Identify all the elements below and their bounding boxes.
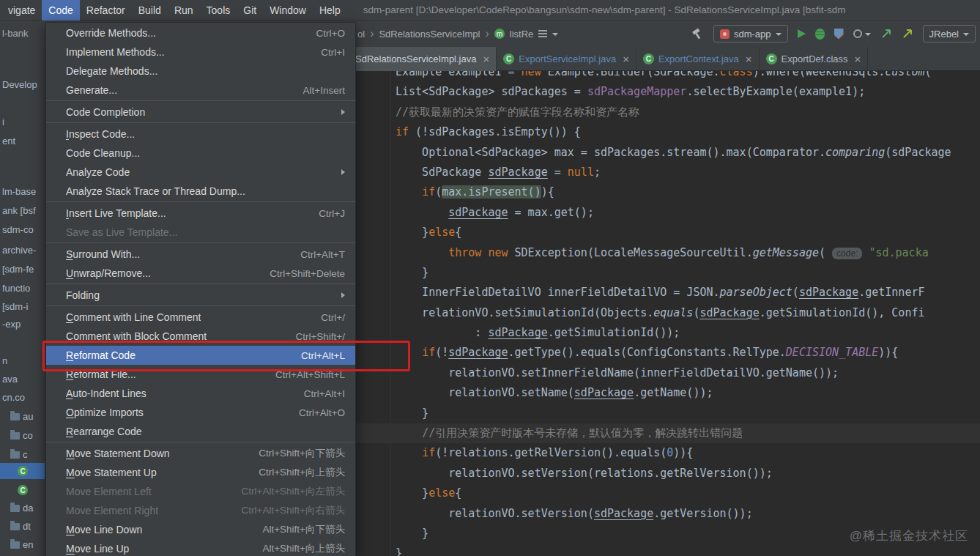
jrebel-debug-icon[interactable] [902,28,913,40]
tree-item-lm-base[interactable]: lm-base [0,183,45,199]
tree-item-label: lm-base [2,186,36,197]
menubar-item-build[interactable]: Build [132,0,168,21]
run-button[interactable] [798,29,806,38]
menu-item-analyze-stack-trace-or-thread-dump[interactable]: Analyze Stack Trace or Thread Dump... [46,182,355,201]
menu-item-unwrap-remove[interactable]: Unwrap/Remove...Ctrl+Shift+Delete [46,264,355,283]
tree-item-en[interactable]: en [0,536,45,552]
menubar-item-help[interactable]: Help [313,0,347,21]
menu-item-inspect-code[interactable]: Inspect Code... [46,125,355,144]
code-token: } [396,266,428,279]
menu-item-move-line-down[interactable]: Move Line DownAlt+Shift+向下箭头 [46,520,355,539]
menu-item-delegate-methods[interactable]: Delegate Methods... [46,62,355,81]
run-config-select[interactable]: sdm-app [713,25,788,42]
tree-item-n[interactable]: n [0,352,45,368]
submenu-arrow-icon [341,292,345,298]
jrebel-run-icon[interactable] [880,28,892,40]
menu-item-rearrange-code[interactable]: Rearrange Code [46,422,355,441]
menubar-item-window[interactable]: Window [263,0,313,21]
tree-item-i[interactable]: i [0,114,45,130]
close-icon[interactable]: × [855,53,861,64]
menu-item-shortcut: Ctrl+Alt+I [289,388,345,399]
menu-item-move-line-up[interactable]: Move Line UpAlt+Shift+向上箭头 [46,539,355,556]
menu-item-analyze-code[interactable]: Analyze Code [46,163,355,182]
tree-item-c[interactable]: c [0,446,45,462]
menu-item-move-statement-down[interactable]: Move Statement DownCtrl+Shift+向下箭头 [46,444,355,463]
tree-item-cn-co[interactable]: cn.co [0,389,45,405]
parameter-hint: code: [832,248,862,259]
code-token: .selectByExample(example1); [686,85,865,98]
code-token: Example example1 = [396,71,521,78]
breadcrumb-member[interactable]: listRe [510,29,534,40]
tree-item-da[interactable]: da [0,500,45,516]
tree-item-sdm-i[interactable]: [sdm-i [0,298,45,314]
menubar-item-vigate[interactable]: vigate [1,0,42,21]
tab-label: ExportServiceImpl.java [519,53,616,64]
menubar-item-run[interactable]: Run [168,0,200,21]
menubar-item-code[interactable]: Code [42,0,79,21]
tree-item-ent[interactable]: ent [0,133,45,149]
menubar-item-tools[interactable]: Tools [200,0,237,21]
debug-button[interactable] [815,29,825,40]
tree-item-archive[interactable]: archive- [0,242,45,258]
close-icon[interactable]: × [623,53,629,64]
tree-item-label: archive- [2,245,36,256]
folder-icon [10,432,20,440]
run-config-icon [720,29,730,39]
menu-item-shortcut: Ctrl+O [302,28,345,39]
tree-item-label: co [23,430,33,441]
code-token: throw [448,246,481,259]
tab-exportserviceimpl-java[interactable]: CExportServiceImpl.java× [497,47,636,71]
menu-item-move-element-left: Move Element LeftCtrl+Alt+Shift+向左箭头 [46,482,355,501]
build-hammer-icon[interactable] [691,28,704,40]
code-menu-popup: Override Methods...Ctrl+OImplement Metho… [45,22,356,556]
menu-item-folding[interactable]: Folding [46,286,355,305]
tree-item-class[interactable]: C [0,463,45,479]
jrebel-select[interactable]: JRebel [923,25,976,42]
menu-item-move-statement-up[interactable]: Move Statement UpCtrl+Shift+向上箭头 [46,463,355,482]
breadcrumb-item[interactable]: ol [357,29,365,40]
profiler-button[interactable] [853,29,871,38]
menu-item-auto-indent-lines[interactable]: Auto-Indent LinesCtrl+Alt+I [46,384,355,403]
menu-item-surround-with[interactable]: Surround With...Ctrl+Alt+T [46,245,355,264]
close-icon[interactable]: × [483,53,489,64]
menu-item-shortcut: Ctrl+J [304,208,345,219]
close-icon[interactable]: × [746,53,752,64]
menu-item-code-cleanup[interactable]: Code Cleanup... [46,144,355,163]
tree-item-sdm-fe[interactable]: [sdm-fe [0,261,45,277]
ide-window: vigateCodeRefactorBuildRunToolsGitWindow… [0,0,980,556]
tree-item-class[interactable]: C [0,482,45,498]
menubar-item-git[interactable]: Git [237,0,263,21]
tree-item-develop[interactable]: Develop [0,76,45,92]
menu-item-comment-with-line-comment[interactable]: Comment with Line CommentCtrl+/ [46,308,355,327]
tree-item-dt[interactable]: dt [0,518,45,534]
tree-item-exp[interactable]: -exp [0,316,45,332]
coverage-button[interactable] [834,29,844,40]
tab-exportdef-class[interactable]: CExportDef.class× [760,47,869,71]
menu-item-insert-live-template[interactable]: Insert Live Template...Ctrl+J [46,204,355,223]
menu-separator [46,283,355,284]
tree-item-label: ava [2,374,18,385]
usages-icon[interactable] [538,30,547,37]
menubar-item-refactor[interactable]: Refactor [80,0,132,21]
code-token: relationVO.setInnerFieldName(innerFieldD… [396,366,839,379]
tab-sdrelationsserviceimpl-java[interactable]: CSdRelationsServiceImpl.java× [333,47,497,71]
tree-item-ank-bsf[interactable]: ank [bsf [0,202,45,218]
breadcrumb-class[interactable]: SdRelationsServiceImpl [379,29,480,40]
tree-item-co[interactable]: co [0,427,45,443]
tree-item-au[interactable]: au [0,408,45,424]
tab-strip: CSdRelationsServiceImpl.java×CExportServ… [333,47,868,71]
menu-item-override-methods[interactable]: Override Methods...Ctrl+O [46,23,355,42]
menu-item-optimize-imports[interactable]: Optimize ImportsCtrl+Alt+O [46,403,355,422]
menu-item-code-completion[interactable]: Code Completion [46,103,355,122]
menu-item-generate[interactable]: Generate...Alt+Insert [46,81,355,100]
tab-exportcontext-java[interactable]: CExportContext.java× [636,47,760,71]
tree-item-sdm-co[interactable]: sdm-co [0,221,45,237]
tree-item-ava[interactable]: ava [0,371,45,387]
tree-item-functio[interactable]: functio [0,280,45,296]
menu-item-label: Move Statement Down [66,448,170,459]
menu-item-label: Surround With... [66,248,140,260]
breadcrumb-left-fragment[interactable]: l-bank [2,21,28,47]
menu-item-implement-methods[interactable]: Implement Methods...Ctrl+I [46,42,355,62]
menu-separator [46,122,355,123]
code-token: if [396,125,409,138]
